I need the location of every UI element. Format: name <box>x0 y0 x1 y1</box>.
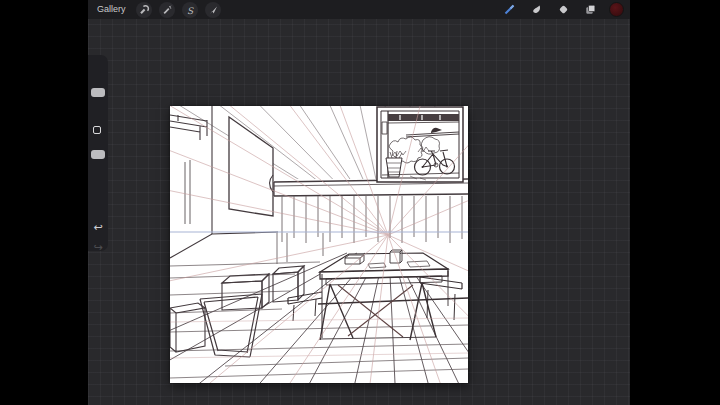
erase-button[interactable] <box>555 2 571 18</box>
boxes-sketch <box>170 266 304 357</box>
redo-button[interactable]: ↪ <box>88 241 108 253</box>
selection-s-icon: S <box>184 4 196 16</box>
brush-size-slider[interactable] <box>91 88 105 97</box>
transform-arrow-icon <box>207 4 219 16</box>
transform-button[interactable] <box>205 2 221 18</box>
brush-sidebar: ↩ ↪ <box>88 55 108 251</box>
gallery-button[interactable]: Gallery <box>94 0 129 19</box>
artwork-sketch <box>170 106 468 383</box>
modify-button[interactable] <box>93 126 101 134</box>
toolbar-left-group: Gallery S <box>94 0 221 19</box>
procreate-app: Gallery S <box>88 0 630 405</box>
opacity-slider[interactable] <box>91 150 105 159</box>
adjustments-button[interactable] <box>159 2 175 18</box>
layers-button[interactable] <box>582 2 598 18</box>
toolbar-right-group <box>501 2 624 18</box>
eraser-icon <box>557 3 570 16</box>
left-wall-sketch <box>170 106 278 258</box>
smudge-button[interactable] <box>528 2 544 18</box>
smudge-icon <box>530 3 543 16</box>
color-swatch-button[interactable] <box>609 2 624 17</box>
top-toolbar: Gallery S <box>88 0 630 19</box>
svg-text:S: S <box>187 5 194 15</box>
layers-icon <box>584 3 597 16</box>
screenshot-root: { "app_title": "Procreate canvas view", … <box>0 0 720 405</box>
selection-button[interactable]: S <box>182 2 198 18</box>
wrench-icon <box>138 4 150 16</box>
bench-right-sketch <box>420 277 462 289</box>
drawing-canvas[interactable] <box>170 106 468 383</box>
letterbox-left <box>0 0 88 405</box>
magic-wand-icon <box>161 4 173 16</box>
window-sketch <box>377 107 463 182</box>
actions-button[interactable] <box>136 2 152 18</box>
letterbox-right <box>630 0 720 405</box>
undo-button[interactable]: ↩ <box>88 221 108 233</box>
paint-button[interactable] <box>501 2 517 18</box>
brush-icon <box>503 3 516 16</box>
